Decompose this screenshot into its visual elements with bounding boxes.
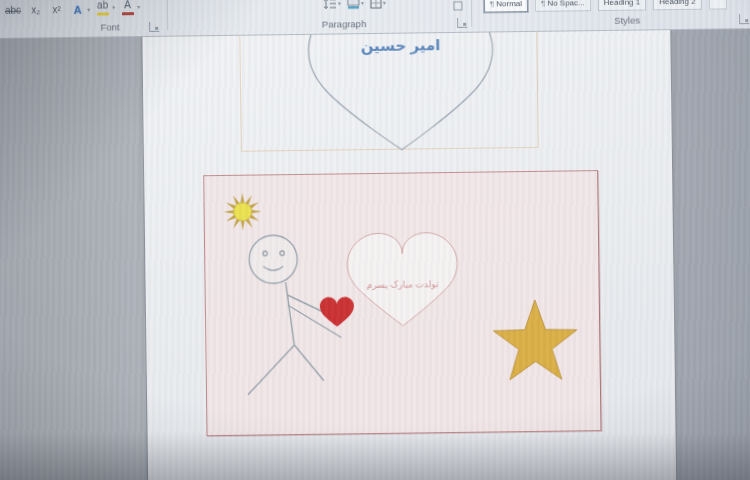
chevron-down-icon: ▾ xyxy=(112,4,115,10)
document-workspace: امیر حسین xyxy=(0,29,750,480)
superscript-icon[interactable]: x² xyxy=(48,4,65,16)
stick-figure-leg xyxy=(247,345,295,395)
group-divider xyxy=(167,0,168,31)
birthday-card-canvas[interactable]: تولدت مبارک پسرم xyxy=(203,170,601,436)
line-spacing-button[interactable]: ▾ xyxy=(323,0,341,10)
highlight-color-button[interactable]: ab ▾ xyxy=(94,0,115,16)
group-divider xyxy=(471,0,472,27)
name-text[interactable]: امیر حسین xyxy=(275,35,525,56)
text-effects-icon: A xyxy=(69,4,86,16)
stick-figure-head xyxy=(249,235,298,284)
chevron-down-icon: ▾ xyxy=(361,0,364,6)
card-message-text[interactable]: تولدت مبارک پسرم xyxy=(367,279,439,290)
strikethrough-icon[interactable]: abc xyxy=(3,5,23,17)
styles-group-label: Styles xyxy=(614,15,640,26)
chevron-down-icon: ▾ xyxy=(137,4,140,10)
dialog-launcher-icon[interactable] xyxy=(149,22,159,32)
sun-core xyxy=(234,203,252,221)
paragraph-extra-button[interactable] xyxy=(453,0,463,15)
paragraph-group-label: Paragraph xyxy=(322,18,367,30)
chevron-down-icon: ▾ xyxy=(87,7,90,13)
word-window: abc x₂ x² A ▾ ab ▾ A ▾ xyxy=(0,0,750,480)
style-label: Normal xyxy=(496,0,522,8)
style-button-partial[interactable] xyxy=(708,0,726,10)
borders-button[interactable]: ▾ xyxy=(370,0,386,9)
style-heading2-button[interactable]: Heading 2 xyxy=(653,0,702,10)
font-group-label: Font xyxy=(101,21,120,32)
dialog-launcher-icon[interactable] xyxy=(739,14,749,24)
borders-icon xyxy=(370,0,382,9)
chevron-down-icon: ▾ xyxy=(338,0,341,6)
line-spacing-icon xyxy=(323,0,337,10)
style-no-spacing-button[interactable]: ¶ No Spac... xyxy=(535,0,591,12)
style-label: Heading 2 xyxy=(659,0,696,6)
document-page[interactable]: امیر حسین xyxy=(142,30,677,480)
star-shape[interactable] xyxy=(493,299,578,380)
stick-figure-leg xyxy=(294,345,323,381)
pilcrow-mark: ¶ xyxy=(490,0,494,8)
sun-drawing[interactable] xyxy=(223,192,261,230)
small-box-icon xyxy=(453,1,463,11)
font-color-icon: A xyxy=(119,0,136,15)
text-effects-button[interactable]: A ▾ xyxy=(69,4,90,16)
chevron-down-icon: ▾ xyxy=(383,0,386,6)
style-normal-button[interactable]: ¶ Normal xyxy=(484,0,528,13)
screen-photo: abc x₂ x² A ▾ ab ▾ A ▾ xyxy=(0,0,750,480)
highlight-color-icon: ab xyxy=(94,0,111,16)
styles-gallery: ¶ Normal ¶ No Spac... Heading 1 Heading … xyxy=(484,0,727,13)
red-heart-shape[interactable] xyxy=(320,297,354,327)
paragraph-tool-cluster: ▾ ▾ ▾ xyxy=(323,0,386,10)
style-label: No Spac... xyxy=(547,0,584,7)
style-heading1-button[interactable]: Heading 1 xyxy=(598,0,647,11)
font-tool-cluster: abc x₂ x² A ▾ ab ▾ A ▾ xyxy=(3,0,140,17)
style-label: Heading 1 xyxy=(604,0,641,6)
shading-icon xyxy=(347,0,360,9)
dialog-launcher-icon[interactable] xyxy=(457,18,467,28)
stick-figure-body xyxy=(286,282,295,345)
font-color-button[interactable]: A ▾ xyxy=(119,0,140,15)
pilcrow-mark: ¶ xyxy=(541,0,545,7)
shading-button[interactable]: ▾ xyxy=(347,0,364,9)
subscript-icon[interactable]: x₂ xyxy=(27,4,44,16)
